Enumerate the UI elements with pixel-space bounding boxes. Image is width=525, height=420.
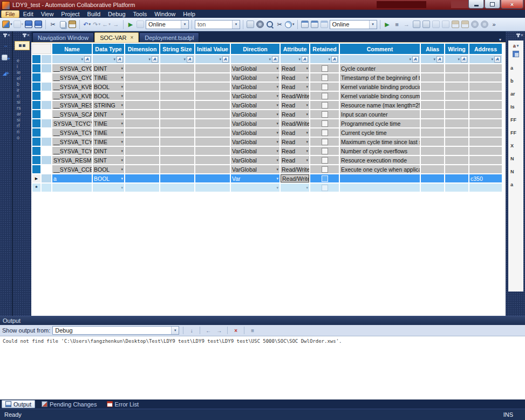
cell-retained[interactable] xyxy=(310,101,339,109)
cell-attribute[interactable]: Read▾ xyxy=(281,147,309,155)
cell-wiring[interactable] xyxy=(445,147,468,155)
retained-checkbox[interactable] xyxy=(322,175,328,182)
row-indicator[interactable] xyxy=(32,165,40,173)
cell-direction[interactable]: VarGlobal▾ xyxy=(231,138,279,146)
cell-retained[interactable] xyxy=(310,147,339,155)
cell-address[interactable] xyxy=(469,73,502,82)
cell-initial-value[interactable] xyxy=(195,101,230,109)
cell-wiring[interactable] xyxy=(445,138,468,146)
cell-retained[interactable] xyxy=(310,165,339,173)
panel-toolbar-button[interactable] xyxy=(15,41,30,50)
toolbar-overflow-button[interactable]: » xyxy=(490,20,499,29)
cell-data-type[interactable]: BOOL▾ xyxy=(93,165,124,173)
cell-name[interactable]: __SYSVA_TCYCUR xyxy=(52,128,92,137)
filter-cell[interactable]: ▾A xyxy=(52,55,92,63)
cell-comment[interactable]: Timestamp of the beginning of t xyxy=(340,73,420,82)
row-indicator[interactable] xyxy=(32,83,40,91)
retained-checkbox[interactable] xyxy=(322,120,328,127)
menu-project[interactable]: Project xyxy=(57,10,83,18)
sort-alphabetical-button[interactable]: a▾ xyxy=(509,42,522,50)
pin-icon[interactable] xyxy=(24,33,25,37)
retained-checkbox[interactable] xyxy=(322,102,328,109)
output-source-combo[interactable]: Debug▾ xyxy=(52,326,179,335)
filter-cell[interactable]: ▾A xyxy=(125,55,159,63)
cell-comment[interactable]: Programmed cycle time xyxy=(340,119,420,127)
start-debug-button[interactable]: ▶ xyxy=(126,20,135,29)
column-header-comment[interactable]: Comment xyxy=(340,44,420,54)
compare-button[interactable] xyxy=(471,20,479,29)
categorize-button[interactable] xyxy=(509,50,522,58)
options-button[interactable]: ✂ xyxy=(275,20,284,29)
cell-retained[interactable] xyxy=(310,73,339,82)
cell-dimension[interactable] xyxy=(125,147,159,155)
cell-data-type[interactable]: SINT▾ xyxy=(93,156,124,164)
cell-wiring[interactable] xyxy=(445,128,468,137)
goto-message-button[interactable]: ↓ xyxy=(187,327,196,335)
cell-dimension[interactable] xyxy=(125,128,159,137)
row-indicator-2[interactable] xyxy=(42,101,51,109)
device-state-combo[interactable]: Online▾ xyxy=(146,20,189,29)
cell-retained[interactable] xyxy=(310,110,339,118)
cell-attribute[interactable]: Read▾ xyxy=(281,156,309,164)
cell-alias[interactable] xyxy=(421,83,444,91)
cell-address[interactable] xyxy=(469,156,502,164)
cell-comment[interactable]: Number of cycle overflows xyxy=(340,147,420,155)
cell-attribute[interactable]: ▾ xyxy=(281,184,309,192)
cell-name[interactable]: SYSVA_RESMO xyxy=(52,156,92,164)
cell-attribute[interactable]: Read▾ xyxy=(281,101,309,109)
cell-wiring[interactable] xyxy=(445,156,468,164)
cell-name[interactable]: __SYSVA_CYCLED xyxy=(52,73,92,82)
cell-data-type[interactable]: DINT▾ xyxy=(93,64,124,72)
grid-corner-cell[interactable] xyxy=(32,44,51,54)
cell-wiring[interactable] xyxy=(445,174,468,182)
row-indicator-2[interactable] xyxy=(42,165,51,173)
row-indicator-2[interactable] xyxy=(42,156,51,164)
cell-string-size[interactable] xyxy=(160,156,194,164)
cell-address[interactable] xyxy=(469,83,502,91)
cell-data-type[interactable]: BOOL▾ xyxy=(93,92,124,100)
cell-name[interactable]: __SYSVA_CYCLEC xyxy=(52,64,92,72)
stop-button[interactable]: ■ xyxy=(393,20,401,29)
cell-data-type[interactable]: BOOL▾ xyxy=(93,83,124,91)
build-button[interactable] xyxy=(136,20,145,29)
cell-initial-value[interactable] xyxy=(195,165,230,173)
column-header-initial-value[interactable]: Initial Value xyxy=(195,44,230,54)
retained-checkbox[interactable] xyxy=(322,111,328,118)
menu-window[interactable]: Window xyxy=(151,10,179,18)
row-indicator[interactable] xyxy=(32,156,40,164)
cell-direction[interactable]: Var▾ xyxy=(231,174,279,182)
cell-alias[interactable] xyxy=(421,92,444,100)
upload-button[interactable] xyxy=(461,20,469,29)
menu-build[interactable]: Build xyxy=(84,10,104,18)
cell-alias[interactable] xyxy=(421,138,444,146)
row-indicator-2[interactable] xyxy=(42,174,51,182)
retained-checkbox[interactable] xyxy=(322,139,328,145)
cell-direction[interactable]: VarGlobal▾ xyxy=(231,110,279,118)
cell-alias[interactable] xyxy=(421,165,444,173)
filter-cell[interactable]: ▾A xyxy=(421,55,444,63)
column-header-dimension[interactable]: Dimension xyxy=(125,44,159,54)
cell-string-size[interactable] xyxy=(160,92,194,100)
cell-attribute[interactable]: Read▾ xyxy=(281,128,309,137)
cell-alias[interactable] xyxy=(421,119,444,127)
cell-name[interactable]: __SYSVA_KVBPER xyxy=(52,83,92,91)
cell-dimension[interactable] xyxy=(125,174,159,182)
cell-wiring[interactable] xyxy=(445,83,468,91)
paste-button[interactable] xyxy=(68,20,77,29)
cell-name[interactable]: __SYSVA_TCYMA xyxy=(52,138,92,146)
cell-alias[interactable] xyxy=(421,128,444,137)
cell-comment[interactable] xyxy=(340,174,420,182)
cell-string-size[interactable] xyxy=(160,138,194,146)
cell-name[interactable]: __SYSVA_KVBCER xyxy=(52,92,92,100)
cell-data-type[interactable]: DINT▾ xyxy=(93,147,124,155)
cell-address[interactable]: c350 xyxy=(469,174,502,182)
pin-icon[interactable] xyxy=(517,33,519,37)
clear-output-button[interactable]: × xyxy=(231,327,240,335)
new-row-marker[interactable]: * xyxy=(32,184,40,192)
cell-comment[interactable]: Kernel variable binding producin xyxy=(340,83,420,91)
save-all-button[interactable] xyxy=(34,20,43,29)
row-indicator-2[interactable] xyxy=(42,73,51,82)
row-indicator[interactable] xyxy=(32,64,40,72)
cell-address[interactable] xyxy=(469,138,502,146)
tab-deployment[interactable]: Deployment.tsadpl xyxy=(139,32,199,42)
